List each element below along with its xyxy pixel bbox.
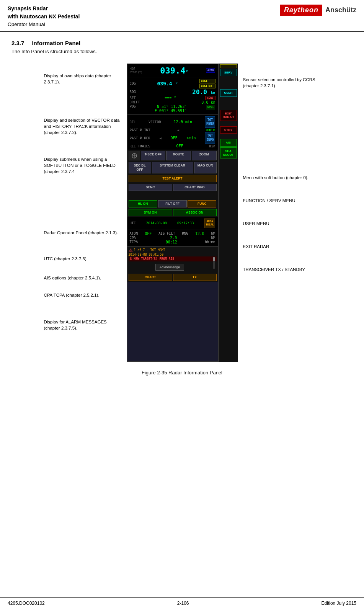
tsce-icon[interactable] <box>129 151 140 160</box>
sog-row: SOG 20.0 kn <box>130 88 215 96</box>
cpa-row: CPA 2.0 NM <box>130 236 215 240</box>
footer-doc-number: 4265.DOC020102 <box>8 601 45 606</box>
footer-page-number: 2-106 <box>177 601 189 606</box>
tx-button[interactable]: TX <box>173 274 217 281</box>
tgt-info-button[interactable]: TGT INFO <box>205 132 215 144</box>
route-button[interactable]: ROUTE <box>166 151 191 160</box>
past-p-per-icon: ◀ <box>159 136 161 140</box>
func-side-button[interactable] <box>220 64 237 68</box>
pos-row: POS N 51° 11.263' E 001° 45.591' GPS1 <box>130 104 215 113</box>
cpa-label: CPA <box>130 236 136 240</box>
set-row: SET === ° CCRS <box>130 96 215 100</box>
alarm-scrollbar[interactable] <box>213 257 215 269</box>
left-annotations: Display of own ships data (chapter 2.3.7… <box>42 64 123 339</box>
assoc-on-button[interactable]: ASSOC ON <box>173 209 217 216</box>
hdg-top-row: HDG GYRO1(T) 039.4° AUTO <box>130 66 215 75</box>
past-p-int-icon: ◀ <box>177 128 179 132</box>
auto-button[interactable]: AUTO <box>206 68 215 73</box>
annotation-transceiver: TRANSCEIVER TX / STANDBY <box>242 265 322 274</box>
cpa-val: 2.0 <box>170 236 177 240</box>
log1bt-button[interactable]: LOG1(BT) <box>199 84 215 88</box>
annotation-sensor-text: Sensor selection controlled by CCRS (cha… <box>243 77 315 88</box>
product-title-line2: with Nautoscan NX Pedestal <box>8 13 80 21</box>
senc-button[interactable]: SENC <box>129 184 172 191</box>
sym-on-button[interactable]: SYM ON <box>129 209 172 216</box>
trails-row: REL TRAILS OFF min <box>130 144 215 148</box>
utc-time: 09:17:33 <box>177 221 194 225</box>
vector-section: REL VECTOR 12.0 min TGT MENU PAST P INT … <box>127 115 218 150</box>
arpa-trial-button[interactable]: ARPA TRIAL <box>204 219 215 228</box>
tgt-menu-button[interactable]: TGT MENU <box>205 116 215 128</box>
annotation-transceiver-text: TRANSCEIVER TX / STANDBY <box>243 267 305 272</box>
sec-bl-off-button[interactable]: SEC BL OFF <box>129 162 151 173</box>
cog-label: COG <box>130 82 136 85</box>
past-p-per-min: >min <box>186 136 196 140</box>
panel-spacer <box>127 192 218 199</box>
acknowledge-button[interactable]: Acknowledge <box>155 264 184 271</box>
side-spacer1 <box>220 77 237 88</box>
annotation-own-ships: Display of own ships data (chapter 2.3.7… <box>42 71 123 87</box>
zoom-button[interactable]: ZOOM <box>192 151 217 160</box>
utc-row: UTC 2014-08-08 09:17:33 ARPA TRIAL <box>130 219 215 228</box>
drift-label: DRIFT <box>130 100 140 104</box>
cpa-unit: NM <box>211 236 215 240</box>
sym-assoc-row: SYM ON ASSOC ON <box>127 208 218 217</box>
product-title-line3: Operator Manual <box>8 21 80 28</box>
func-button[interactable]: FUNC <box>188 200 216 207</box>
mag-cur-button[interactable]: MAG CUR <box>194 162 217 173</box>
hdg-labels: HDG GYRO1(T) <box>130 67 143 74</box>
page-content: 2.3.7 Information Panel The Info Panel i… <box>0 32 364 383</box>
drift-value: 0.0 kn <box>201 100 215 104</box>
annotation-submenus: Display submenus when using a SOFTBUTTON… <box>42 155 123 176</box>
drift-row: DRIFT 0.0 kn <box>130 100 215 104</box>
pos-lat: N 51° 11.263' <box>155 104 187 109</box>
annotation-own-ships-text: Display of own ships data (chapter 2.3.7… <box>44 73 111 84</box>
chart-button[interactable]: CHART <box>129 274 172 281</box>
trails-val: OFF <box>176 144 183 148</box>
sog-value: 20.0 kn <box>192 88 215 96</box>
radar-panel: HDG GYRO1(T) 039.4° AUTO COG 039 <box>127 64 219 362</box>
serv-button[interactable]: SERV <box>220 69 237 77</box>
hl-on-button[interactable]: HL ON <box>129 200 157 207</box>
scroll-thumb <box>213 257 215 261</box>
past-p-per-val: OFF <box>171 136 178 140</box>
test-alert-button[interactable]: TEST ALERT <box>129 175 217 182</box>
annotation-func-serv: FUNCTION / SERV MENU <box>242 196 322 205</box>
ais-options-section: ATON OFF AIS FILT RNG 12.0 NM CPA 2.0 NM… <box>127 230 218 246</box>
aton-val: OFF <box>145 232 152 236</box>
exit-radar-button[interactable]: EXIT RADAR <box>220 110 237 121</box>
ais-filt-label: AIS FILT <box>158 232 175 235</box>
page-header: Synapsis Radar with Nautoscan NX Pedesta… <box>0 0 364 32</box>
past-p-int-min: >min <box>206 128 215 132</box>
nav-data-section: COG 039.4 ° LOG1 LOG1(BT) SOG 20.0 kn <box>127 77 218 115</box>
sea-scout-button[interactable]: SEA SCOUT <box>220 147 237 158</box>
annotation-exit-radar-text: EXIT RADAR <box>243 244 269 249</box>
log1-button[interactable]: LOG1 <box>199 79 215 83</box>
chart-info-button[interactable]: CHART INFO <box>173 184 217 191</box>
ccrs-button[interactable]: CCRS <box>205 96 215 100</box>
radar-panel-wrapper: HDG GYRO1(T) 039.4° AUTO COG 039 <box>127 64 238 362</box>
user-button[interactable]: USER <box>220 89 237 97</box>
header-logo-block: Raytheon Anschütz <box>280 5 356 16</box>
gps1-button[interactable]: GPS1 <box>206 105 215 109</box>
annotation-utc-text: UTC (chapter 2.3.7.3) <box>44 256 87 261</box>
tsce-off-button[interactable]: T-SCE OFF <box>141 151 166 160</box>
annotation-user-menu-text: USER MENU <box>243 221 269 226</box>
page-footer: 4265.DOC020102 2-106 Edition July 2015 <box>0 597 364 609</box>
vector-label: VECTOR <box>149 120 161 124</box>
tsce-route-row: T-SCE OFF ROUTE ZOOM <box>127 150 218 161</box>
side-spacer2 <box>220 98 237 109</box>
tcpa-label: TCPA <box>130 240 138 244</box>
annotation-ais-text: AIS options (chapter 2.5.4.1). <box>44 276 101 280</box>
hl-filt-row: HL ON FILT OFF FUNC <box>127 199 218 208</box>
aton-row: ATON OFF AIS FILT RNG 12.0 NM <box>130 232 215 236</box>
stby-button[interactable]: STBY <box>220 126 237 134</box>
hdg-display: HDG GYRO1(T) 039.4° AUTO <box>127 64 218 77</box>
side-menu: SERV USER EXIT RADAR STBY AIS SEA SCOUT <box>219 64 238 362</box>
system-clear-button[interactable]: SYSTEM CLEAR <box>152 162 193 173</box>
filt-off-button[interactable]: FILT OFF <box>158 200 187 207</box>
annotation-vector: Display and selection of VECTOR data and… <box>42 116 123 137</box>
annotation-sensor: Sensor selection controlled by CCRS (cha… <box>242 75 322 90</box>
rng-unit: NM <box>211 232 215 235</box>
ais-side-button[interactable]: AIS <box>220 139 237 147</box>
